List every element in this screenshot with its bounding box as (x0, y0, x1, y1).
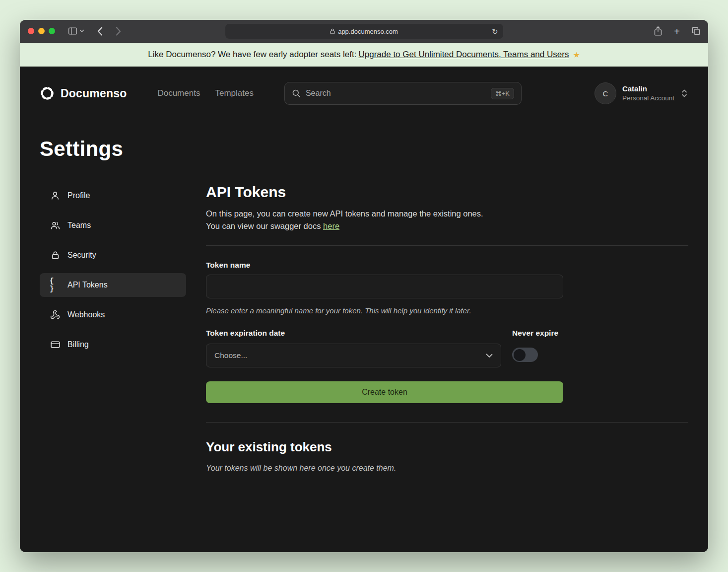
existing-tokens-title: Your existing tokens (206, 439, 688, 455)
search-label: Search (306, 89, 331, 98)
nav-templates[interactable]: Templates (215, 88, 253, 98)
swagger-docs-link[interactable]: here (323, 221, 339, 230)
sidebar-item-teams[interactable]: Teams (40, 214, 186, 237)
browser-window: app.documenso.com ↻ + Like Docume (20, 20, 708, 552)
expiration-select-value: Choose... (214, 351, 247, 360)
search-input[interactable]: Search ⌘+K (284, 82, 522, 105)
account-name: Catalin (622, 84, 674, 94)
sidebar-item-label: API Tokens (67, 281, 108, 289)
divider (206, 245, 688, 246)
zoom-window-button[interactable] (49, 28, 55, 34)
sidebar-chevron-icon[interactable] (79, 29, 84, 33)
expiration-select[interactable]: Choose... (206, 344, 501, 367)
promo-text: Like Documenso? We have few early adopte… (148, 50, 356, 60)
lock-icon (50, 250, 61, 260)
search-shortcut-badge: ⌘+K (491, 88, 514, 99)
lock-icon (330, 28, 335, 34)
section-title: API Tokens (206, 184, 688, 201)
avatar: C (595, 82, 616, 104)
divider (206, 422, 688, 423)
minimize-window-button[interactable] (38, 28, 45, 34)
page-title: Settings (40, 137, 688, 161)
account-type: Personal Account (622, 94, 674, 103)
never-expire-toggle[interactable] (512, 348, 538, 362)
search-icon (292, 89, 301, 98)
app-content: Documenso Documents Templates Search ⌘+K… (20, 67, 708, 552)
star-icon: ★ (573, 50, 580, 60)
share-icon[interactable] (654, 26, 662, 36)
expiration-label: Token expiration date (206, 329, 501, 338)
window-controls (28, 28, 55, 34)
existing-tokens-hint: Your tokens will be shown here once you … (206, 464, 688, 473)
tab-overview-icon[interactable] (692, 27, 700, 35)
braces-icon: { } (50, 277, 61, 293)
section-description-line1: On this page, you can create new API tok… (206, 208, 688, 220)
create-token-button[interactable]: Create token (206, 381, 563, 403)
chevron-up-down-icon (680, 88, 688, 98)
section-description-line2: You can view our swagger docs (206, 221, 323, 230)
credit-card-icon (50, 340, 61, 350)
token-name-input[interactable] (206, 275, 563, 298)
top-navigation: Documents Templates (157, 88, 253, 98)
toggle-knob (514, 349, 526, 361)
upgrade-link[interactable]: Upgrade to Get Unlimited Documents, Team… (358, 50, 569, 60)
sidebar-item-webhooks[interactable]: Webhooks (40, 303, 186, 327)
sidebar-item-profile[interactable]: Profile (40, 184, 186, 208)
new-tab-icon[interactable]: + (674, 26, 680, 36)
brand[interactable]: Documenso (40, 86, 127, 101)
webhook-icon (50, 310, 61, 320)
address-bar[interactable]: app.documenso.com ↻ (225, 24, 503, 39)
forward-button[interactable] (116, 27, 121, 36)
documenso-logo-icon (40, 86, 55, 101)
api-tokens-panel: API Tokens On this page, you can create … (206, 184, 688, 473)
sidebar-item-label: Security (67, 251, 96, 260)
refresh-icon[interactable]: ↻ (492, 28, 498, 35)
sidebar-item-label: Teams (67, 221, 91, 230)
sidebar-item-billing[interactable]: Billing (40, 333, 186, 357)
nav-documents[interactable]: Documents (157, 88, 200, 98)
settings-nav: Profile Teams (40, 184, 186, 473)
chevron-down-icon (486, 354, 493, 358)
sidebar-item-label: Profile (67, 191, 90, 200)
browser-toolbar: app.documenso.com ↻ + (20, 20, 708, 43)
never-expire-label: Never expire (512, 329, 558, 338)
promo-banner: Like Documenso? We have few early adopte… (20, 43, 708, 67)
app-header: Documenso Documents Templates Search ⌘+K… (40, 81, 688, 105)
brand-name: Documenso (61, 87, 127, 100)
close-window-button[interactable] (28, 28, 34, 34)
url-text: app.documenso.com (338, 28, 398, 35)
users-icon (50, 220, 61, 230)
sidebar-item-security[interactable]: Security (40, 243, 186, 267)
sidebar-item-label: Billing (67, 340, 89, 349)
account-menu[interactable]: C Catalin Personal Account (595, 82, 688, 104)
sidebar-item-api-tokens[interactable]: { } API Tokens (40, 273, 186, 297)
token-name-hint: Please enter a meaningful name for your … (206, 306, 688, 315)
user-icon (50, 191, 61, 201)
sidebar-item-label: Webhooks (67, 310, 105, 319)
token-name-label: Token name (206, 261, 688, 270)
sidebar-toggle-icon[interactable] (68, 27, 77, 35)
back-button[interactable] (97, 27, 103, 36)
